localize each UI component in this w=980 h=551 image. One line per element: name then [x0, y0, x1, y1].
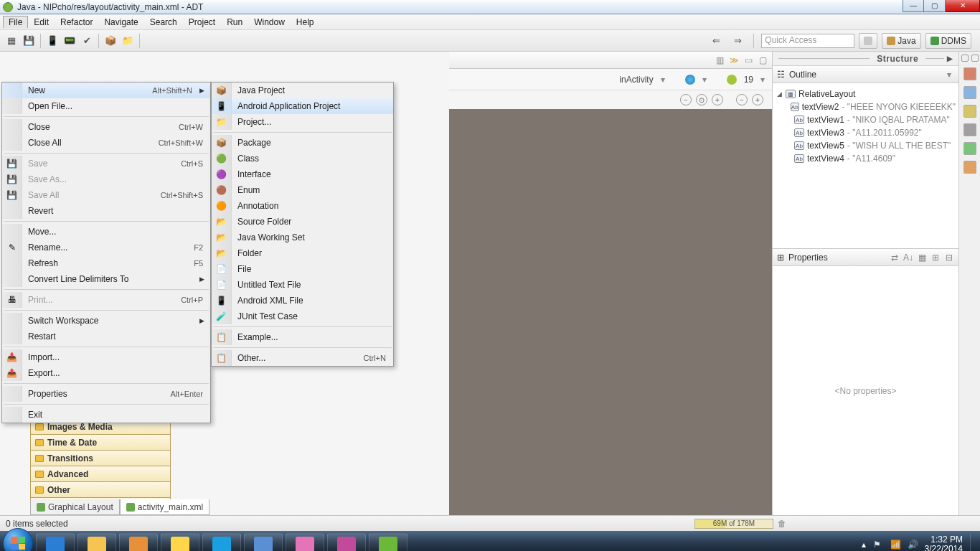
outline-node-textview3[interactable]: AbtextView3 - "A11.2011.05992"	[776, 126, 956, 139]
props-tool-4-icon[interactable]: ⊞	[930, 253, 941, 263]
trim-item-2-icon[interactable]	[963, 86, 976, 99]
menu-item-enum[interactable]: 🟤Enum	[212, 182, 393, 198]
restore-icon[interactable]	[961, 55, 969, 62]
outline-node-textview5[interactable]: AbtextView5 - "WISH U ALL THE BEST"	[776, 139, 956, 152]
tree-twisty-icon[interactable]: ◢	[776, 90, 783, 98]
menu-item-project[interactable]: 📁Project...	[212, 114, 393, 130]
menu-item-android-xml-file[interactable]: 📱Android XML File	[212, 293, 393, 309]
view-menu-icon[interactable]: ▾	[944, 70, 954, 80]
minimize-icon[interactable]: ▭	[743, 55, 753, 65]
editor-palette-icon[interactable]: ▥	[715, 55, 725, 65]
bottom-tab-activity-main-xml[interactable]: activity_main.xml	[120, 499, 209, 515]
tray-volume-icon[interactable]: 🔊	[908, 540, 918, 550]
menu-window[interactable]: Window	[248, 16, 291, 29]
props-tool-1-icon[interactable]: ⇄	[890, 253, 900, 263]
gc-trash-icon[interactable]: 🗑	[778, 519, 788, 529]
zoom-reset-icon[interactable]: ⊙	[696, 94, 707, 105]
zoom-fit-icon[interactable]: −	[736, 94, 748, 105]
avd-button[interactable]: 📟	[62, 33, 77, 49]
locale-icon[interactable]	[685, 75, 695, 85]
maximize-button[interactable]: ▢	[924, 0, 946, 12]
menu-item-new[interactable]: NewAlt+Shift+N▶	[2, 83, 210, 98]
tray-flag-icon[interactable]: ⚑	[873, 540, 883, 550]
zoom-in-icon[interactable]: +	[712, 94, 723, 105]
trim-item-5-icon[interactable]	[963, 142, 976, 155]
outline-node-textview1[interactable]: AbtextView1 - "NIKO IQBAL PRATAMA"	[776, 113, 956, 126]
menu-item-package[interactable]: 📦Package	[212, 135, 393, 151]
new-project-button[interactable]: 📦	[103, 33, 118, 49]
menu-item-print[interactable]: 🖶Print...Ctrl+P	[2, 292, 210, 308]
menu-item-properties[interactable]: PropertiesAlt+Enter	[2, 386, 210, 402]
menu-item-file[interactable]: 📄File	[212, 261, 393, 277]
menu-edit[interactable]: Edit	[28, 16, 55, 29]
activity-selector[interactable]: inActivity	[619, 75, 653, 85]
palette-group-time-date[interactable]: Time & Date	[30, 435, 171, 451]
menu-item-export[interactable]: 📤Export...	[2, 365, 210, 381]
taskbar-app-5[interactable]	[244, 533, 283, 551]
menu-item-folder[interactable]: 📂Folder	[212, 245, 393, 261]
menu-item-move[interactable]: Move...	[2, 224, 210, 240]
zoom-actual-icon[interactable]: +	[752, 94, 763, 105]
menu-item-junit-test-case[interactable]: 🧪JUnit Test Case	[212, 309, 393, 324]
menu-item-save[interactable]: 💾SaveCtrl+S	[2, 156, 210, 171]
menu-item-untitled-text-file[interactable]: 📄Untitled Text File	[212, 277, 393, 293]
minimize-button[interactable]: —	[903, 0, 924, 12]
editor-more-icon[interactable]: ≫	[729, 55, 739, 65]
nav-forward-button[interactable]: ⇒	[730, 33, 745, 49]
taskbar-app-3[interactable]	[161, 533, 199, 551]
close-button[interactable]: ✕	[946, 0, 980, 12]
tray-clock[interactable]: 1:32 PM 3/22/2014	[925, 535, 963, 551]
outline-node-textview2[interactable]: AbtextView2 - "HEEE NYONG KIEEEEKK"	[776, 100, 956, 113]
menu-item-source-folder[interactable]: 📂Source Folder	[212, 214, 393, 230]
heap-status[interactable]: 69M of 178M	[694, 519, 773, 529]
perspective-java[interactable]: Java	[882, 33, 920, 49]
taskbar-app-0[interactable]	[36, 533, 75, 551]
menu-item-convert-line-delimiters-to[interactable]: Convert Line Delimiters To▶	[2, 271, 210, 287]
menu-project[interactable]: Project	[183, 16, 221, 29]
maximize-icon[interactable]: ▢	[758, 55, 768, 65]
nav-back-button[interactable]: ⇐	[708, 33, 724, 49]
taskbar-app-1[interactable]	[77, 533, 116, 551]
menu-item-exit[interactable]: Exit	[2, 407, 210, 423]
menu-item-switch-workspace[interactable]: Switch Workspace▶	[2, 313, 210, 329]
taskbar-app-4[interactable]	[202, 533, 241, 551]
menu-item-close-all[interactable]: Close AllCtrl+Shift+W	[2, 135, 210, 151]
minimize-view-icon[interactable]	[971, 55, 979, 62]
zoom-out-icon[interactable]: −	[680, 94, 692, 105]
quick-access-input[interactable]: Quick Access	[761, 34, 854, 48]
taskbar-app-7[interactable]	[327, 533, 366, 551]
menu-item-other[interactable]: 📋Other...Ctrl+N	[212, 350, 393, 366]
api-level[interactable]: 19	[744, 75, 753, 85]
props-tool-3-icon[interactable]: ▦	[917, 253, 927, 263]
props-tool-5-icon[interactable]: ⊟	[944, 253, 954, 263]
outline-tree[interactable]: ◢▦RelativeLayoutAbtextView2 - "HEEE NYON…	[773, 83, 958, 248]
menu-help[interactable]: Help	[291, 16, 320, 29]
taskbar-app-6[interactable]	[286, 533, 324, 551]
bottom-tab-graphical-layout[interactable]: Graphical Layout	[30, 499, 120, 515]
menu-item-refresh[interactable]: RefreshF5	[2, 255, 210, 271]
props-tool-2-icon[interactable]: A↓	[903, 253, 913, 263]
menu-item-save-as[interactable]: 💾Save As...	[2, 171, 210, 187]
menu-item-close[interactable]: CloseCtrl+W	[2, 119, 210, 135]
palette-group-advanced[interactable]: Advanced	[30, 466, 171, 482]
trim-item-3-icon[interactable]	[963, 105, 976, 118]
menu-file[interactable]: File	[3, 16, 28, 28]
menu-item-import[interactable]: 📥Import...	[2, 349, 210, 365]
chevron-right-icon[interactable]: ▶	[947, 55, 953, 62]
android-sdk-button[interactable]: 📱	[44, 33, 60, 49]
menu-item-save-all[interactable]: 💾Save AllCtrl+Shift+S	[2, 187, 210, 203]
menu-item-class[interactable]: 🟢Class	[212, 151, 393, 166]
menu-item-java-working-set[interactable]: 📂Java Working Set	[212, 230, 393, 245]
layout-canvas[interactable]	[449, 109, 772, 515]
trim-item-1-icon[interactable]	[963, 67, 976, 80]
menu-search[interactable]: Search	[144, 16, 183, 29]
menu-item-example[interactable]: 📋Example...	[212, 329, 393, 345]
menu-item-revert[interactable]: Revert	[2, 203, 210, 219]
menu-item-rename[interactable]: ✎Rename...F2	[2, 240, 210, 255]
menu-item-interface[interactable]: 🟣Interface	[212, 166, 393, 182]
menu-item-android-application-project[interactable]: 📱Android Application Project	[212, 98, 393, 114]
new-wizard-button[interactable]: ▦	[4, 33, 19, 49]
palette-group-other[interactable]: Other	[30, 482, 171, 498]
open-perspective-button[interactable]	[859, 33, 877, 49]
perspective-ddms[interactable]: DDMS	[925, 33, 971, 49]
